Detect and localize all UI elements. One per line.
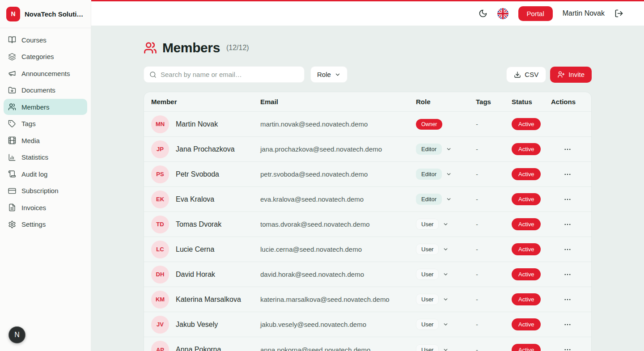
row-actions-menu-button[interactable] — [562, 219, 573, 230]
avatar: TD — [151, 216, 169, 233]
member-email: tomas.dvorak@seed.novatech.demo — [260, 220, 416, 228]
page-header: Members (12/12) — [144, 40, 592, 55]
table-row: KM Katerina Marsalkova katerina.marsalko… — [144, 287, 591, 312]
brand-name: NovaTech Solutions — [25, 10, 85, 18]
sidebar-item-documents[interactable]: Documents — [4, 82, 87, 98]
search-box — [144, 66, 305, 83]
sidebar-item-statistics[interactable]: Statistics — [4, 149, 87, 165]
sidebar-item-label: Invoices — [21, 204, 46, 211]
sidebar-item-courses[interactable]: Courses — [4, 32, 87, 48]
member-cell: EK Eva Kralova — [151, 190, 260, 208]
role-cell: Editor — [416, 144, 476, 155]
row-actions-menu-button[interactable] — [562, 169, 573, 180]
moon-icon — [479, 9, 487, 18]
role-select[interactable]: Editor — [416, 194, 452, 205]
row-actions-menu-button[interactable] — [562, 269, 573, 280]
actions-cell — [551, 194, 584, 205]
role-select[interactable]: Editor — [416, 169, 452, 180]
member-email: eva.kralova@seed.novatech.demo — [260, 195, 416, 203]
role-select[interactable]: User — [416, 219, 449, 230]
search-input[interactable] — [161, 71, 299, 78]
actions-cell — [551, 319, 584, 330]
status-badge: Active — [512, 193, 541, 205]
chevron-down-icon — [443, 321, 449, 327]
sidebar-item-label: Settings — [21, 220, 46, 228]
ellipsis-icon — [564, 321, 572, 329]
portal-button[interactable]: Portal — [518, 6, 553, 21]
sidebar-item-members[interactable]: Members — [4, 99, 87, 115]
role-value: Editor — [416, 169, 442, 180]
members-table: Member Email Role Tags Status Actions MN… — [144, 92, 592, 351]
avatar: AP — [151, 341, 169, 351]
member-cell: TD Tomas Dvorak — [151, 216, 260, 233]
role-filter-dropdown[interactable]: Role — [310, 66, 347, 83]
tag-icon — [8, 120, 16, 128]
role-cell: User — [416, 294, 476, 305]
member-email: jakub.vesely@seed.novatech.demo — [260, 321, 416, 328]
table-row: DH David Horak david.horak@seed.novatech… — [144, 262, 591, 287]
status-badge: Active — [512, 143, 541, 155]
avatar: DH — [151, 266, 169, 283]
chevron-down-icon — [446, 196, 452, 202]
table-row: TD Tomas Dvorak tomas.dvorak@seed.novate… — [144, 212, 591, 237]
brand[interactable]: N NovaTech Solutions — [0, 0, 91, 28]
sidebar-item-audit-log[interactable]: Audit log — [4, 166, 87, 182]
invite-button[interactable]: Invite — [550, 67, 592, 83]
role-select[interactable]: User — [416, 344, 449, 351]
status-cell: Active — [512, 118, 551, 130]
row-actions-menu-button[interactable] — [562, 294, 573, 305]
role-value: User — [416, 244, 439, 255]
status-cell: Active — [512, 293, 551, 305]
chevron-down-icon — [443, 221, 449, 227]
table-row: LC Lucie Cerna lucie.cerna@seed.novatech… — [144, 237, 591, 262]
column-header-email: Email — [260, 98, 416, 106]
member-email: martin.novak@seed.novatech.demo — [260, 120, 416, 128]
row-actions-menu-button[interactable] — [562, 244, 573, 255]
status-badge: Active — [512, 318, 541, 330]
tags-value: - — [476, 271, 512, 278]
role-value: User — [416, 219, 439, 230]
member-name: Lucie Cerna — [176, 245, 214, 254]
tags-value: - — [476, 296, 512, 303]
status-badge: Active — [512, 118, 541, 130]
topbar: Portal Martin Novak — [91, 1, 644, 26]
row-actions-menu-button[interactable] — [562, 319, 573, 330]
column-header-role: Role — [416, 98, 476, 106]
scroll-icon — [8, 170, 16, 178]
dark-mode-toggle[interactable] — [479, 9, 487, 18]
member-name: Katerina Marsalkova — [176, 296, 241, 304]
role-select[interactable]: User — [416, 269, 449, 280]
dev-badge-button[interactable]: N — [8, 326, 25, 343]
sidebar-item-media[interactable]: Media — [4, 132, 87, 148]
member-name: Jana Prochazkova — [176, 145, 235, 153]
sidebar-item-categories[interactable]: Categories — [4, 49, 87, 65]
sidebar-item-subscription[interactable]: Subscription — [4, 183, 87, 199]
role-value: Editor — [416, 194, 442, 205]
role-select[interactable]: User — [416, 294, 449, 305]
row-actions-menu-button[interactable] — [562, 344, 573, 351]
ellipsis-icon — [564, 220, 572, 228]
sidebar-item-tags[interactable]: Tags — [4, 116, 87, 132]
role-value: User — [416, 344, 439, 351]
status-badge: Active — [512, 268, 541, 280]
row-actions-menu-button[interactable] — [562, 144, 573, 155]
sidebar-item-settings[interactable]: Settings — [4, 216, 87, 233]
logout-button[interactable] — [614, 9, 623, 18]
member-name: David Horak — [176, 271, 215, 279]
table-row: MN Martin Novak martin.novak@seed.novate… — [144, 112, 591, 137]
role-select[interactable]: Editor — [416, 144, 452, 155]
sidebar-nav: CoursesCategoriesAnnouncementsDocumentsM… — [0, 28, 91, 237]
status-cell: Active — [512, 168, 551, 180]
sidebar-item-announcements[interactable]: Announcements — [4, 65, 87, 81]
status-badge: Active — [512, 243, 541, 255]
row-actions-menu-button[interactable] — [562, 194, 573, 205]
status-cell: Active — [512, 193, 551, 205]
credit-card-icon — [8, 187, 16, 195]
sidebar-item-invoices[interactable]: Invoices — [4, 199, 87, 216]
export-csv-button[interactable]: CSV — [506, 67, 546, 83]
chevron-down-icon — [443, 347, 449, 351]
role-select[interactable]: User — [416, 319, 449, 330]
language-flag-uk[interactable] — [497, 8, 508, 19]
ellipsis-icon — [564, 271, 572, 279]
role-select[interactable]: User — [416, 244, 449, 255]
